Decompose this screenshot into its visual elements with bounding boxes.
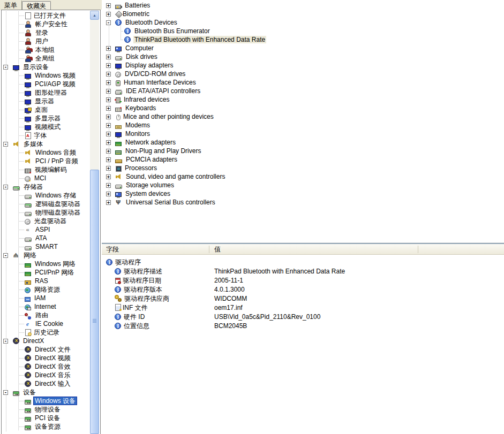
device-tree-item[interactable]: +Universal Serial Bus controllers bbox=[102, 198, 504, 207]
sidebar-item[interactable]: 图形处理器 bbox=[2, 88, 90, 97]
device-tree-item[interactable]: +Mice and other pointing devices bbox=[102, 112, 504, 121]
scrollbar-thumb[interactable] bbox=[90, 170, 99, 434]
expander-plus-icon[interactable]: + bbox=[106, 192, 111, 196]
device-tree-item[interactable]: -Bluetooth Devices bbox=[102, 18, 504, 27]
device-tree-item[interactable]: +Sound, video and game controllers bbox=[102, 172, 504, 181]
expander-plus-icon[interactable]: + bbox=[106, 174, 111, 179]
device-tree-item[interactable]: +Storage volumes bbox=[102, 181, 504, 189]
device-tree-item[interactable]: +Network adapters bbox=[102, 138, 504, 147]
sidebar-item[interactable]: 登录 bbox=[2, 28, 90, 37]
device-tree-item[interactable]: +Monitors bbox=[102, 130, 504, 138]
sidebar-item[interactable]: -存储器 bbox=[2, 182, 90, 191]
sidebar-item[interactable]: -网络 bbox=[2, 251, 90, 260]
sidebar-item[interactable]: 已打开文件 bbox=[2, 11, 90, 20]
scroll-up-button[interactable]: ▲ bbox=[90, 11, 99, 20]
sidebar-item[interactable]: 网络资源 bbox=[2, 285, 90, 294]
expander-minus-icon[interactable]: - bbox=[3, 339, 8, 344]
device-tree-item[interactable]: +Keyboards bbox=[102, 104, 504, 112]
sidebar-item[interactable]: Windows 音频 bbox=[2, 148, 90, 157]
expander-plus-icon[interactable]: + bbox=[106, 97, 111, 102]
property-row[interactable]: 驱动程序描述ThinkPad Bluetooth with Enhanced D… bbox=[102, 267, 504, 276]
sidebar-item[interactable]: 路由 bbox=[2, 311, 90, 319]
sidebar-item[interactable]: 字体 bbox=[2, 131, 90, 140]
sidebar-item[interactable]: 显示器 bbox=[2, 97, 90, 105]
sidebar-item[interactable]: 光盘驱动器 bbox=[2, 217, 90, 225]
expander-plus-icon[interactable]: + bbox=[106, 72, 111, 77]
property-row[interactable]: 驱动程序日期2005-11-1 bbox=[102, 276, 504, 285]
device-tree-item[interactable]: +Disk drives bbox=[102, 52, 504, 61]
property-row[interactable]: 驱动程序 bbox=[102, 257, 504, 267]
expander-plus-icon[interactable]: + bbox=[106, 80, 111, 85]
sidebar-item[interactable]: ASPI bbox=[2, 225, 90, 234]
sidebar-item[interactable]: PCI/AGP 视频 bbox=[2, 80, 90, 88]
sidebar-item[interactable]: SMART bbox=[2, 242, 90, 251]
expander-plus-icon[interactable]: + bbox=[106, 166, 111, 171]
sidebar-item[interactable]: -DirectX bbox=[2, 337, 90, 345]
expander-plus-icon[interactable]: + bbox=[106, 200, 111, 205]
device-tree-item[interactable]: +Computer bbox=[102, 44, 504, 52]
property-row[interactable]: 驱动程序版本4.0.1.3000 bbox=[102, 285, 504, 294]
column-divider[interactable] bbox=[418, 246, 418, 253]
sidebar-item[interactable]: 历史记录 bbox=[2, 328, 90, 337]
sidebar-item[interactable]: 帐户安全性 bbox=[2, 20, 90, 28]
device-tree-item[interactable]: +DVD/CD-ROM drives bbox=[102, 70, 504, 78]
sidebar-item[interactable]: IAM bbox=[2, 294, 90, 302]
sidebar-item[interactable]: 桌面 bbox=[2, 105, 90, 114]
expander-plus-icon[interactable]: + bbox=[106, 55, 111, 59]
device-tree-item[interactable]: +Display adapters bbox=[102, 61, 504, 70]
sidebar-item[interactable]: 视频编解码 bbox=[2, 165, 90, 174]
device-tree-item[interactable]: +Human Interface Devices bbox=[102, 78, 504, 87]
sidebar-item[interactable]: PCI 设备 bbox=[2, 414, 90, 422]
sidebar-item[interactable]: MCI bbox=[2, 174, 90, 182]
tab-menu[interactable]: 菜单 bbox=[0, 1, 22, 10]
expander-minus-icon[interactable]: - bbox=[106, 20, 111, 25]
field-column-header[interactable]: 字段 bbox=[102, 245, 209, 254]
sidebar-item[interactable]: 物理磁盘驱动器 bbox=[2, 208, 90, 217]
sidebar-item[interactable]: DirectX 音效 bbox=[2, 362, 90, 371]
property-row[interactable]: 驱动程序供应商WIDCOMM bbox=[102, 294, 504, 303]
property-row[interactable]: 硬件 IDUSB\Vid_0a5c&Pid_2110&Rev_0100 bbox=[102, 312, 504, 321]
expander-plus-icon[interactable]: + bbox=[106, 183, 111, 188]
expander-plus-icon[interactable]: + bbox=[106, 132, 111, 136]
sidebar-item[interactable]: Windows 存储 bbox=[2, 191, 90, 200]
sidebar-item[interactable]: Windows 网络 bbox=[2, 260, 90, 268]
sidebar-item[interactable]: -多媒体 bbox=[2, 140, 90, 148]
device-tree-item[interactable]: Bluetooth Bus Enumerator bbox=[102, 27, 504, 35]
expander-plus-icon[interactable]: + bbox=[106, 115, 111, 119]
sidebar-item[interactable]: DirectX 文件 bbox=[2, 345, 90, 354]
sidebar-item[interactable]: DirectX 输入 bbox=[2, 379, 90, 388]
device-tree-item[interactable]: +IDE ATA/ATAPI controllers bbox=[102, 87, 504, 95]
sidebar-item[interactable]: IE Cookie bbox=[2, 319, 90, 328]
property-row[interactable]: 位置信息BCM2045B bbox=[102, 321, 504, 330]
sidebar-item[interactable]: Windows 设备 bbox=[2, 397, 90, 405]
expander-plus-icon[interactable]: + bbox=[106, 12, 111, 17]
sidebar-item[interactable]: -显示设备 bbox=[2, 63, 90, 71]
column-divider[interactable] bbox=[209, 246, 209, 253]
expander-plus-icon[interactable]: + bbox=[106, 46, 111, 51]
expander-plus-icon[interactable]: + bbox=[106, 149, 111, 154]
device-tree-item[interactable]: +Processors bbox=[102, 164, 504, 172]
expander-minus-icon[interactable]: - bbox=[3, 253, 8, 258]
expander-plus-icon[interactable]: + bbox=[106, 140, 111, 145]
sidebar-item[interactable]: PCI / PnP 音频 bbox=[2, 157, 90, 165]
sidebar-item[interactable]: Internet bbox=[2, 302, 90, 311]
expander-plus-icon[interactable]: + bbox=[106, 63, 111, 68]
property-row[interactable]: INF 文件oem17.inf bbox=[102, 303, 504, 312]
sidebar-item[interactable]: Windows 视频 bbox=[2, 71, 90, 80]
device-tree-item[interactable]: ThinkPad Bluetooth with Enhanced Data Ra… bbox=[102, 35, 504, 44]
expander-plus-icon[interactable]: + bbox=[106, 3, 111, 8]
sidebar-item[interactable]: DirectX 视频 bbox=[2, 354, 90, 362]
sidebar-item[interactable]: 视频模式 bbox=[2, 123, 90, 131]
sidebar-item[interactable]: 逻辑磁盘驱动器 bbox=[2, 200, 90, 208]
device-tree-item[interactable]: +Non-Plug and Play Drivers bbox=[102, 147, 504, 155]
sidebar-scrollbar[interactable]: ▲ bbox=[90, 11, 99, 434]
sidebar-item[interactable]: ATA bbox=[2, 234, 90, 242]
device-tree-item[interactable]: +Modems bbox=[102, 121, 504, 130]
sidebar-item[interactable]: PCI/PnP 网络 bbox=[2, 268, 90, 277]
sidebar-item[interactable]: DirectX 音乐 bbox=[2, 371, 90, 379]
sidebar-item[interactable]: 全局组 bbox=[2, 54, 90, 63]
device-tree-item[interactable]: +System devices bbox=[102, 189, 504, 198]
device-tree-item[interactable]: +Infrared devices bbox=[102, 95, 504, 104]
device-tree-item[interactable]: +Batteries bbox=[102, 1, 504, 10]
expander-plus-icon[interactable]: + bbox=[106, 89, 111, 94]
